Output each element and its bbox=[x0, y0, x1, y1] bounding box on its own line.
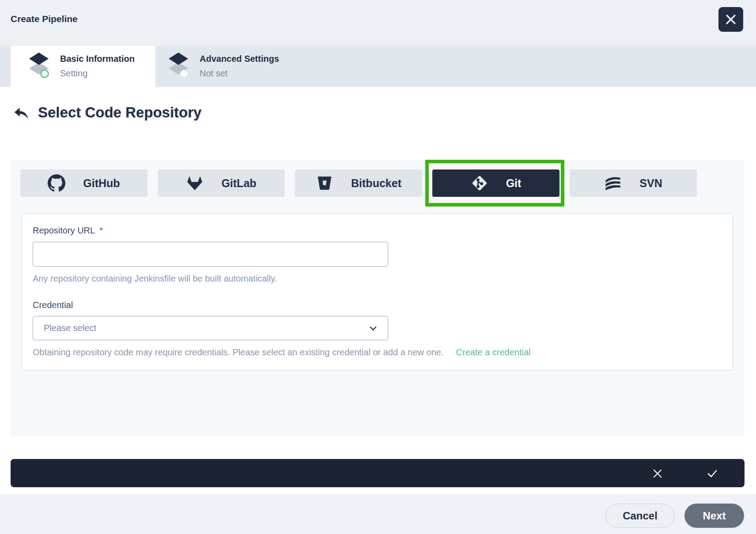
repo-type-label: SVN bbox=[639, 177, 662, 190]
confirm-toolbar bbox=[11, 459, 745, 487]
page-title: Select Code Repository bbox=[38, 104, 201, 121]
step-status: Not set bbox=[200, 68, 279, 79]
repo-form-card: Repository URL* Any repository containin… bbox=[21, 213, 733, 370]
modal-header: Create Pipeline bbox=[0, 0, 756, 45]
step-tab-basic-information[interactable]: Basic Information Setting bbox=[11, 46, 155, 87]
credential-select[interactable]: Please select bbox=[33, 316, 388, 340]
repo-type-svn[interactable]: SVN bbox=[570, 169, 697, 197]
github-icon bbox=[48, 174, 65, 192]
repo-type-github[interactable]: GitHub bbox=[20, 169, 147, 197]
chevron-down-icon bbox=[368, 323, 378, 333]
repo-select-panel: GitHub GitLab Bitbucket Git bbox=[11, 160, 745, 436]
git-icon bbox=[471, 174, 488, 192]
svn-icon bbox=[604, 174, 622, 192]
repo-type-label: GitHub bbox=[83, 177, 120, 190]
create-credential-link[interactable]: Create a credential bbox=[456, 347, 531, 357]
gitlab-icon bbox=[186, 174, 204, 192]
step-title: Advanced Settings bbox=[200, 54, 279, 64]
credential-select-placeholder: Please select bbox=[44, 323, 368, 333]
credential-label: Credential bbox=[33, 300, 73, 310]
steps-bar: Basic Information Setting Advanced Setti… bbox=[0, 46, 756, 87]
next-button[interactable]: Next bbox=[684, 504, 744, 528]
cancel-button[interactable]: Cancel bbox=[605, 504, 675, 528]
repository-url-input[interactable] bbox=[33, 242, 388, 267]
modal-footer: Cancel Next bbox=[0, 494, 756, 534]
step-title: Basic Information bbox=[60, 54, 135, 64]
toolbar-confirm-button[interactable] bbox=[707, 468, 718, 479]
repository-url-help: Any repository containing Jenkinsfile wi… bbox=[33, 274, 277, 284]
step-tab-advanced-settings[interactable]: Advanced Settings Not set bbox=[168, 46, 353, 87]
close-button[interactable] bbox=[718, 7, 743, 32]
repo-type-gitlab[interactable]: GitLab bbox=[158, 169, 285, 197]
repo-type-label: Git bbox=[506, 177, 522, 190]
repo-type-git[interactable]: Git bbox=[432, 169, 559, 197]
step-status: Setting bbox=[60, 68, 135, 79]
toolbar-cancel-button[interactable] bbox=[652, 468, 663, 479]
close-icon bbox=[725, 14, 737, 25]
back-arrow-icon[interactable] bbox=[13, 105, 29, 121]
bitbucket-icon bbox=[316, 174, 333, 192]
modal-title: Create Pipeline bbox=[11, 14, 78, 24]
repo-type-bitbucket[interactable]: Bitbucket bbox=[295, 169, 422, 197]
repo-type-label: Bitbucket bbox=[351, 177, 401, 190]
x-icon bbox=[652, 468, 663, 479]
credential-help: Obtaining repository code may require cr… bbox=[33, 347, 444, 357]
step-layers-icon bbox=[28, 52, 49, 79]
step-layers-icon bbox=[168, 52, 189, 79]
check-icon bbox=[707, 468, 718, 479]
repository-url-label: Repository URL* bbox=[33, 226, 103, 236]
required-asterisk: * bbox=[99, 226, 103, 235]
repo-type-label: GitLab bbox=[221, 177, 256, 190]
